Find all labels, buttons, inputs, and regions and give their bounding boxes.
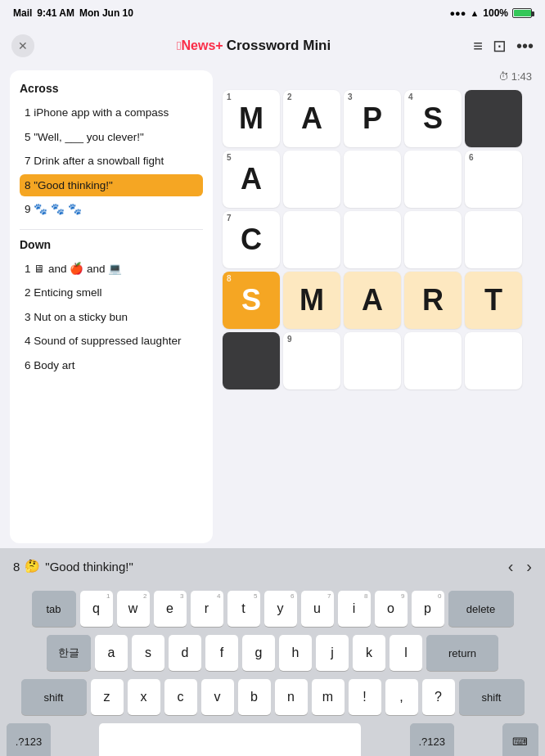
grid-cell-3-1[interactable]: M xyxy=(283,272,340,329)
grid-cell-1-3[interactable] xyxy=(404,151,462,208)
grid-cell-3-4[interactable]: T xyxy=(465,272,522,329)
clue-bar-emoji: 🤔 xyxy=(25,559,40,574)
clues-panel: Across 1 iPhone app with a compass 5 "We… xyxy=(10,70,213,543)
keyboard-dismiss-key[interactable]: ⌨ xyxy=(502,723,538,756)
grid-cell-2-4[interactable] xyxy=(465,211,522,268)
header-actions: ≡ ⊡ ••• xyxy=(473,36,534,56)
list-icon[interactable]: ≡ xyxy=(473,37,483,56)
cell-number-label: 2 xyxy=(287,92,292,101)
status-bar: Mail 9:41 AM Mon Jun 10 ●●● ▲ 100% xyxy=(0,0,545,26)
more-icon[interactable]: ••• xyxy=(516,37,534,56)
key-s[interactable]: s xyxy=(132,635,164,671)
prev-clue-button[interactable]: ‹ xyxy=(508,557,514,576)
key-comma[interactable]: , xyxy=(385,679,418,715)
key-c[interactable]: c xyxy=(164,679,197,715)
cell-number-label: 7 xyxy=(227,214,232,223)
grid-cell-4-4[interactable] xyxy=(465,332,522,389)
grid-cell-4-2[interactable] xyxy=(344,332,401,389)
key-exclaim[interactable]: ! xyxy=(349,679,381,715)
clue-down-4[interactable]: 4 Sound of suppressed laughter xyxy=(20,330,203,353)
key-d[interactable]: d xyxy=(169,635,201,671)
delete-key[interactable]: delete xyxy=(448,591,514,627)
key-y[interactable]: y6 xyxy=(264,591,297,627)
clue-across-5[interactable]: 5 "Well, ___ you clever!" xyxy=(20,126,203,149)
grid-panel: ⏱ 1:43 1M2A3P4S5A67C8SMART9 xyxy=(223,70,535,543)
key-x[interactable]: x xyxy=(128,679,160,715)
clue-down-6[interactable]: 6 Body art xyxy=(20,354,203,377)
key-question[interactable]: ? xyxy=(422,679,455,715)
grid-cell-3-0[interactable]: 8S xyxy=(223,272,280,329)
clue-down-2[interactable]: 2 Enticing smell xyxy=(20,281,203,304)
key-o[interactable]: o9 xyxy=(375,591,408,627)
key-h[interactable]: h xyxy=(279,635,312,671)
key-q[interactable]: q1 xyxy=(80,591,113,627)
grid-cell-0-4[interactable] xyxy=(465,90,522,147)
grid-cell-4-1[interactable]: 9 xyxy=(283,332,340,389)
grid-cell-4-0[interactable] xyxy=(223,332,280,389)
key-g[interactable]: g xyxy=(242,635,275,671)
korean-key[interactable]: 한글 xyxy=(47,635,91,671)
symbols-left-key[interactable]: .?123 xyxy=(7,723,51,756)
grid-cell-0-2[interactable]: 3P xyxy=(344,90,401,147)
share-icon[interactable]: ⊡ xyxy=(493,36,507,56)
key-t[interactable]: t5 xyxy=(227,591,260,627)
grid-cell-0-1[interactable]: 2A xyxy=(283,90,340,147)
grid-cell-4-3[interactable] xyxy=(404,332,462,389)
key-b[interactable]: b xyxy=(238,679,271,715)
key-n[interactable]: n xyxy=(275,679,308,715)
shift-left-key[interactable]: shift xyxy=(21,679,87,715)
cell-number-label: 1 xyxy=(227,92,232,101)
key-w[interactable]: w2 xyxy=(117,591,150,627)
key-z[interactable]: z xyxy=(91,679,124,715)
clue-bar-text: 8 🤔 "Good thinking!" xyxy=(13,559,133,574)
key-m[interactable]: m xyxy=(312,679,345,715)
apple-news-logo: News+ xyxy=(177,38,223,53)
grid-cell-1-1[interactable] xyxy=(283,151,340,208)
key-a[interactable]: a xyxy=(95,635,128,671)
keyboard-row-2: 한글 a s d f g h j k l return xyxy=(3,635,542,671)
grid-cell-3-2[interactable]: A xyxy=(344,272,401,329)
grid-cell-0-3[interactable]: 4S xyxy=(404,90,462,147)
grid-cell-2-1[interactable] xyxy=(283,211,340,268)
key-v[interactable]: v xyxy=(201,679,234,715)
symbols-right-key[interactable]: .?123 xyxy=(410,723,454,756)
key-u[interactable]: u7 xyxy=(301,591,334,627)
grid-cell-2-2[interactable] xyxy=(344,211,401,268)
crossword-grid[interactable]: 1M2A3P4S5A67C8SMART9 xyxy=(223,90,535,389)
clue-across-7[interactable]: 7 Drink after a snowball fight xyxy=(20,150,203,173)
grid-cell-2-3[interactable] xyxy=(404,211,462,268)
cell-number-label: 5 xyxy=(227,153,232,162)
key-p[interactable]: p0 xyxy=(412,591,444,627)
cell-number-label: 6 xyxy=(469,153,474,162)
grid-cell-1-2[interactable] xyxy=(344,151,401,208)
grid-cell-0-0[interactable]: 1M xyxy=(223,90,280,147)
shift-right-key[interactable]: shift xyxy=(459,679,525,715)
space-key[interactable] xyxy=(99,723,361,756)
key-e[interactable]: e3 xyxy=(154,591,187,627)
clue-across-8[interactable]: 8 "Good thinking!" xyxy=(20,174,203,197)
time-label: 9:41 AM xyxy=(37,7,74,19)
key-k[interactable]: k xyxy=(353,635,385,671)
tab-key[interactable]: tab xyxy=(32,591,76,627)
key-r[interactable]: r4 xyxy=(191,591,223,627)
close-button[interactable]: ✕ xyxy=(11,34,34,57)
key-j[interactable]: j xyxy=(316,635,349,671)
return-key[interactable]: return xyxy=(426,635,498,671)
grid-cell-2-0[interactable]: 7C xyxy=(223,211,280,268)
next-clue-button[interactable]: › xyxy=(526,557,532,576)
grid-cell-1-4[interactable]: 6 xyxy=(465,151,522,208)
key-f[interactable]: f xyxy=(205,635,238,671)
status-right: ●●● ▲ 100% xyxy=(449,7,532,19)
clue-down-1[interactable]: 1 🖥 and 🍎 and 💻 xyxy=(20,258,203,281)
key-i[interactable]: i8 xyxy=(338,591,371,627)
clue-across-9[interactable]: 9 🐾 🐾 🐾 xyxy=(20,198,203,221)
key-l[interactable]: l xyxy=(390,635,422,671)
clue-divider xyxy=(20,229,203,230)
grid-cell-1-0[interactable]: 5A xyxy=(223,151,280,208)
cell-number-label: 9 xyxy=(287,335,292,344)
clue-down-3[interactable]: 3 Nut on a sticky bun xyxy=(20,306,203,329)
grid-cell-3-3[interactable]: R xyxy=(404,272,462,329)
clue-bar-number: 8 xyxy=(13,560,20,574)
header: ✕ News+ Crossword Mini ≡ ⊡ ••• xyxy=(0,26,545,65)
clue-across-1[interactable]: 1 iPhone app with a compass xyxy=(20,101,203,124)
